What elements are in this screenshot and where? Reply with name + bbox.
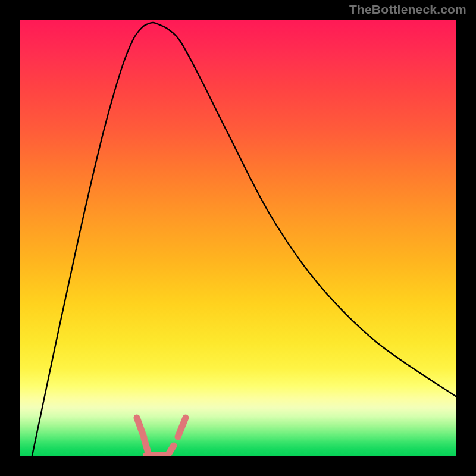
bottleneck-curve xyxy=(32,23,456,456)
curve-layer xyxy=(20,20,456,456)
highlight-segment-4 xyxy=(178,418,186,437)
bottleneck-curve-path xyxy=(32,23,456,456)
highlight-segment-0 xyxy=(137,418,144,437)
chart-frame: TheBottleneck.com xyxy=(0,0,476,476)
highlight-markers xyxy=(137,418,186,455)
highlight-segment-3 xyxy=(168,446,174,455)
watermark-text: TheBottleneck.com xyxy=(349,2,466,17)
plot-area xyxy=(20,20,456,456)
